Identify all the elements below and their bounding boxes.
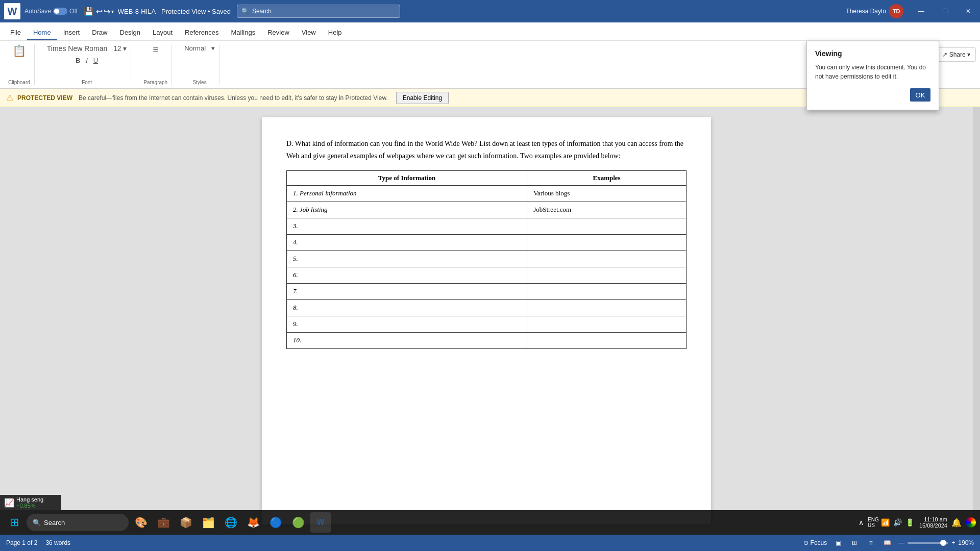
search-label: Search xyxy=(252,8,272,15)
zoom-out-button[interactable]: — xyxy=(898,539,904,546)
clock-date: 15/08/2024 xyxy=(919,522,947,529)
zoom-in-button[interactable]: + xyxy=(951,539,955,546)
taskbar-edge[interactable]: 🌐 xyxy=(220,512,241,533)
table-cell-type: 2. Job listing xyxy=(287,202,527,218)
table-row: 5. xyxy=(287,251,687,267)
tab-insert[interactable]: Insert xyxy=(57,27,86,40)
app-logo: W xyxy=(4,3,20,19)
table-cell-example: Various blogs xyxy=(527,185,687,202)
enable-editing-button[interactable]: Enable Editing xyxy=(396,92,449,104)
autosave-label: AutoSave xyxy=(24,8,51,15)
table-cell-type: 9. xyxy=(287,316,527,332)
viewing-ok-button[interactable]: OK xyxy=(910,88,930,102)
table-row: 7. xyxy=(287,283,687,299)
protected-view-label: PROTECTED VIEW xyxy=(17,94,72,102)
tab-review[interactable]: Review xyxy=(261,27,296,40)
viewing-popup-message: You can only view this document. You do … xyxy=(815,63,930,81)
tab-view[interactable]: View xyxy=(296,27,322,40)
minimize-button[interactable]: — xyxy=(910,0,933,22)
search-icon: 🔍 xyxy=(241,8,249,15)
tab-mailings[interactable]: Mailings xyxy=(225,27,262,40)
tab-file[interactable]: File xyxy=(4,27,27,40)
table-cell-example xyxy=(527,332,687,348)
taskbar-word[interactable]: W xyxy=(310,512,331,533)
taskbar-firefox[interactable]: 🦊 xyxy=(243,512,263,533)
taskbar-dropbox[interactable]: 📦 xyxy=(176,512,196,533)
taskbar-files[interactable]: 🗂️ xyxy=(198,512,218,533)
tray-volume[interactable]: 🔊 xyxy=(893,517,903,528)
table-row: 9. xyxy=(287,316,687,332)
word-count: 36 words xyxy=(45,539,70,546)
zoom-slider[interactable] xyxy=(908,542,948,544)
system-tray: ∧ ENGUS 📶 🔊 🔋 xyxy=(856,517,915,528)
taskbar-app9[interactable]: 🟢 xyxy=(288,512,308,533)
table-cell-example xyxy=(527,251,687,267)
tray-lang[interactable]: ENGUS xyxy=(868,517,878,528)
autosave-state: Off xyxy=(69,8,78,15)
taskbar-search-icon: 🔍 xyxy=(33,519,41,527)
tab-layout[interactable]: Layout xyxy=(146,27,179,40)
undo-redo-area: ↩ ↪ ▾ xyxy=(96,7,114,16)
table-cell-example xyxy=(527,316,687,332)
shield-icon: ⚠ xyxy=(6,93,13,103)
clipboard-label: Clipboard xyxy=(8,80,30,85)
tab-design[interactable]: Design xyxy=(114,27,146,40)
table-cell-example xyxy=(527,234,687,251)
undo-button[interactable]: ↩ xyxy=(96,7,103,16)
tab-help[interactable]: Help xyxy=(322,27,348,40)
stock-ticker: 📈 Hang seng +0.85% xyxy=(0,495,61,510)
page-info: Page 1 of 2 xyxy=(6,539,37,546)
autosave-toggle[interactable] xyxy=(53,8,67,15)
focus-button[interactable]: ⊙ Focus xyxy=(803,539,827,546)
taskbar-right: ∧ ENGUS 📶 🔊 🔋 11:10 am 15/08/2024 🔔 xyxy=(856,516,976,529)
taskbar-search[interactable]: 🔍 Search xyxy=(27,514,129,531)
share-button[interactable]: ↗ Share ▾ xyxy=(937,47,976,62)
close-button[interactable]: ✕ xyxy=(957,0,980,22)
tray-up-arrow[interactable]: ∧ xyxy=(856,517,866,528)
table-cell-example xyxy=(527,283,687,299)
stock-chart-icon: 📈 xyxy=(4,498,14,508)
protected-view-message: Be careful—files from the Internet can c… xyxy=(79,94,388,102)
stock-change: +0.85% xyxy=(16,503,43,509)
table-cell-type: 7. xyxy=(287,283,527,299)
table-cell-type: 5. xyxy=(287,251,527,267)
tab-home[interactable]: Home xyxy=(27,27,57,40)
notification-button[interactable]: 🔔 xyxy=(951,518,962,528)
web-layout-button[interactable]: ⊞ xyxy=(849,538,860,548)
clock-area[interactable]: 11:10 am 15/08/2024 xyxy=(919,516,947,529)
status-right: ⊙ Focus ▣ ⊞ ≡ 📖 — + 190% xyxy=(803,538,974,548)
undo-dropdown[interactable]: ▾ xyxy=(111,9,114,14)
taskbar-teams[interactable]: 💼 xyxy=(153,512,174,533)
save-button[interactable]: 💾 xyxy=(84,7,94,16)
outline-button[interactable]: ≡ xyxy=(866,538,876,548)
ribbon-clipboard: 📋 Clipboard xyxy=(4,44,35,85)
styles-label: Styles xyxy=(192,80,206,85)
user-name: Theresa Dayto xyxy=(846,8,886,15)
print-layout-button[interactable]: ▣ xyxy=(833,538,843,548)
table-row: 2. Job listingJobStreet.com xyxy=(287,202,687,218)
avatar[interactable]: TD xyxy=(889,4,903,18)
table-row: 8. xyxy=(287,299,687,316)
tray-battery[interactable]: 🔋 xyxy=(905,517,915,528)
focus-icon: ⊙ xyxy=(803,539,808,546)
scrollbar[interactable] xyxy=(973,107,980,535)
title-search-box[interactable]: 🔍 Search xyxy=(237,5,400,18)
tray-wifi[interactable]: 📶 xyxy=(880,517,891,528)
redo-button[interactable]: ↪ xyxy=(104,7,110,16)
table-cell-type: 1. Personal information xyxy=(287,185,527,202)
table-header-type: Type of Information xyxy=(287,170,527,185)
tab-draw[interactable]: Draw xyxy=(86,27,113,40)
ribbon-paragraph: ≡ Paragraph xyxy=(139,44,172,85)
ribbon-tabs: File Home Insert Draw Design Layout Refe… xyxy=(0,22,980,41)
taskbar-chrome[interactable]: 🔵 xyxy=(265,512,286,533)
table-header-examples: Examples xyxy=(527,170,687,185)
document-area: D. What kind of information can you find… xyxy=(0,107,980,535)
table-cell-example xyxy=(527,218,687,234)
info-table: Type of Information Examples 1. Personal… xyxy=(286,170,687,349)
zoom-level: 190% xyxy=(958,539,974,546)
tab-references[interactable]: References xyxy=(179,27,225,40)
windows-start-button[interactable]: ⊞ xyxy=(4,512,24,533)
maximize-button[interactable]: ☐ xyxy=(933,0,957,22)
read-mode-button[interactable]: 📖 xyxy=(882,538,892,548)
taskbar-palette[interactable]: 🎨 xyxy=(131,512,151,533)
